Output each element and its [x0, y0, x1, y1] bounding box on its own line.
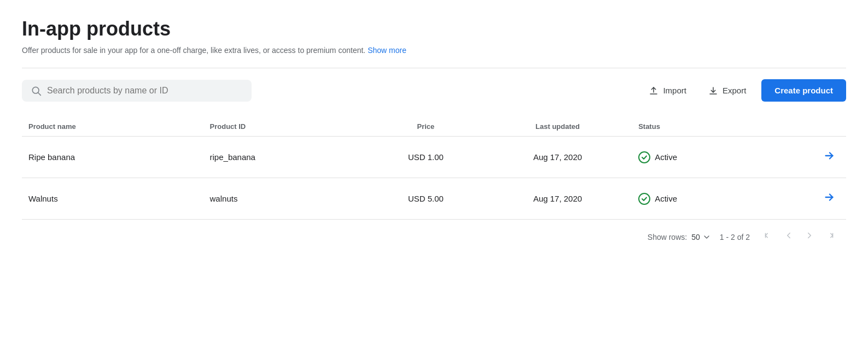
active-status-icon — [638, 151, 650, 163]
upload-icon — [649, 86, 659, 96]
cell-status: Active — [632, 137, 780, 178]
table-footer: Show rows: 50 1 - 2 of 2 — [22, 220, 846, 254]
table-row[interactable]: Walnuts walnuts USD 5.00 Aug 17, 2020 Ac… — [22, 178, 846, 220]
cell-product-name: Walnuts — [22, 178, 203, 220]
download-icon — [708, 86, 718, 96]
cell-price: USD 1.00 — [368, 137, 483, 178]
create-product-button[interactable]: Create product — [761, 79, 846, 102]
cell-row-arrow[interactable] — [780, 137, 846, 178]
first-page-button[interactable] — [759, 228, 777, 245]
col-header-name: Product name — [22, 117, 203, 137]
import-button[interactable]: Import — [642, 81, 693, 100]
chevron-down-icon — [702, 233, 711, 241]
prev-page-icon — [784, 231, 794, 240]
col-header-arrow — [780, 117, 846, 137]
prev-page-button[interactable] — [779, 228, 798, 245]
cell-status: Active — [632, 178, 780, 220]
section-divider — [22, 68, 846, 68]
arrow-right-icon — [823, 191, 835, 203]
products-table: Product name Product ID Price Last updat… — [22, 117, 846, 220]
cell-product-id: walnuts — [203, 178, 368, 220]
cell-row-arrow[interactable] — [780, 178, 846, 220]
cell-last-updated: Aug 17, 2020 — [483, 178, 632, 220]
row-detail-button[interactable] — [819, 148, 840, 167]
cell-price: USD 5.00 — [368, 178, 483, 220]
next-page-button[interactable] — [800, 228, 819, 245]
show-rows-section: Show rows: 50 — [648, 233, 711, 241]
show-more-link[interactable]: Show more — [368, 46, 406, 55]
show-rows-label: Show rows: — [648, 233, 687, 241]
status-label: Active — [655, 152, 677, 162]
col-header-price: Price — [368, 117, 483, 137]
search-icon — [31, 85, 42, 96]
last-page-button[interactable] — [821, 228, 840, 245]
col-header-id: Product ID — [203, 117, 368, 137]
status-label: Active — [655, 194, 677, 203]
next-page-icon — [805, 231, 814, 240]
first-page-icon — [763, 231, 773, 240]
cell-last-updated: Aug 17, 2020 — [483, 137, 632, 178]
page-title: In-app products — [22, 17, 846, 40]
table-row[interactable]: Ripe banana ripe_banana USD 1.00 Aug 17,… — [22, 137, 846, 178]
search-box — [22, 80, 252, 102]
page-subtitle: Offer products for sale in your app for … — [22, 46, 846, 55]
pagination-info: 1 - 2 of 2 — [720, 233, 750, 241]
table-header-row: Product name Product ID Price Last updat… — [22, 117, 846, 137]
pagination-buttons — [759, 228, 840, 245]
cell-product-name: Ripe banana — [22, 137, 203, 178]
cell-product-id: ripe_banana — [203, 137, 368, 178]
col-header-updated: Last updated — [483, 117, 632, 137]
export-button[interactable]: Export — [702, 81, 753, 100]
last-page-icon — [825, 231, 835, 240]
col-header-status: Status — [632, 117, 780, 137]
svg-line-1 — [38, 92, 41, 95]
rows-count: 50 — [691, 233, 700, 241]
active-status-icon — [638, 193, 650, 205]
toolbar: Import Export Create product — [22, 79, 846, 102]
rows-per-page-select[interactable]: 50 — [691, 233, 711, 241]
arrow-right-icon — [823, 150, 835, 162]
row-detail-button[interactable] — [819, 189, 840, 208]
search-input[interactable] — [47, 86, 243, 96]
